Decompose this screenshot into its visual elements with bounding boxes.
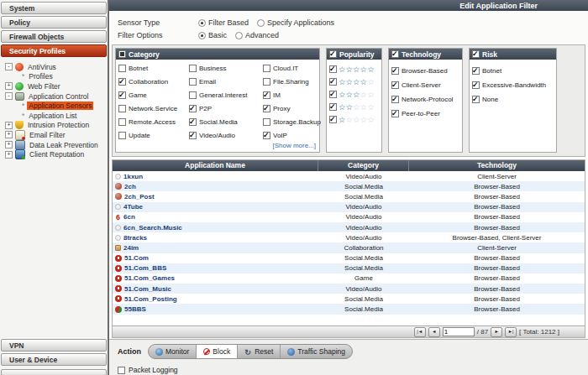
sidebar-section-firewall-objects[interactable]: Firewall Objects xyxy=(1,30,107,43)
technology-option-peer-to-peer[interactable]: Peer-to-Peer xyxy=(391,107,462,121)
checkbox-icon xyxy=(263,132,270,139)
table-row[interactable]: 66cnVideo/AudioBrowser-Based xyxy=(113,212,585,222)
category-option-game[interactable]: Game xyxy=(118,91,189,100)
table-row[interactable]: 2ch_PostSocial.MediaBrowser-Based xyxy=(113,191,585,201)
table-row[interactable]: 51.ComSocial.MediaBrowser-Based xyxy=(113,253,585,263)
expander-icon[interactable]: + xyxy=(5,151,13,159)
expander-icon[interactable]: + xyxy=(5,82,13,90)
sidebar-section-policy[interactable]: Policy xyxy=(1,16,107,29)
category-option-remote-access[interactable]: Remote.Access xyxy=(118,117,189,127)
category-option-proxy[interactable]: Proxy xyxy=(263,104,318,113)
category-option-botnet[interactable]: Botnet xyxy=(118,64,189,73)
table-row[interactable]: 51.Com_PostingSocial.MediaBrowser-Based xyxy=(113,294,585,304)
category-option-cloud-it[interactable]: Cloud.IT xyxy=(263,64,318,73)
table-row[interactable]: 2chSocial.MediaBrowser-Based xyxy=(113,181,585,191)
technology-option-client-server[interactable]: Client-Server xyxy=(391,78,462,92)
tree-item-email-filter[interactable]: +Email Filter xyxy=(0,130,108,140)
last-page-button[interactable]: ►| xyxy=(505,327,517,337)
table-row[interactable]: 1kxunVideo/AudioClient-Server xyxy=(113,171,585,181)
tree-item-application-control[interactable]: -Application Control xyxy=(0,91,108,102)
tree-item-intrusion-protection[interactable]: +Intrusion Protection xyxy=(0,121,108,131)
radio-advanced[interactable]: Advanced xyxy=(235,31,279,39)
show-more-link[interactable]: [Show more...] xyxy=(272,142,316,149)
popularity-option-2-star[interactable]: ☆☆☆☆☆ xyxy=(329,101,381,113)
radio-basic[interactable]: Basic xyxy=(198,31,227,39)
category-select-all-checkbox[interactable] xyxy=(118,50,126,58)
expander-icon[interactable]: - xyxy=(5,92,13,100)
sidebar-section-security-profiles[interactable]: Security Profiles xyxy=(1,44,107,57)
column-header-technology[interactable]: Technology xyxy=(409,160,585,171)
technology-option-browser-based[interactable]: Browser-Based xyxy=(391,64,462,78)
technology-cell: Browser-Based xyxy=(409,254,585,262)
checkbox-icon xyxy=(263,118,270,126)
category-option-file-sharing[interactable]: File.Sharing xyxy=(263,77,318,86)
app-icon xyxy=(115,204,121,210)
packet-logging-option[interactable]: Packet Logging xyxy=(118,366,178,374)
category-option-network-service[interactable]: Network.Service xyxy=(118,104,189,113)
table-row[interactable]: 6cn_Search.MusicVideo/AudioBrowser-Based xyxy=(113,222,585,232)
category-option-p2p[interactable]: P2P xyxy=(189,104,263,113)
category-option-social-media[interactable]: Social.Media xyxy=(189,117,263,127)
sidebar-section-user-device[interactable]: User & Device xyxy=(1,353,107,366)
technology-select-all-checkbox[interactable] xyxy=(391,50,399,58)
table-row[interactable]: 51.Com_MusicVideo/AudioBrowser-Based xyxy=(113,284,585,294)
risk-option-excessive-bandwidth[interactable]: Excessive-Bandwidth xyxy=(472,78,556,92)
expander-icon[interactable]: + xyxy=(5,122,13,129)
expander-icon[interactable]: + xyxy=(5,131,13,138)
column-header-application-name[interactable]: Application Name xyxy=(113,160,318,171)
tree-item-client-reputation[interactable]: +Client Reputation xyxy=(0,149,108,159)
table-row[interactable]: 55BBSSocial.MediaBrowser-Based xyxy=(113,304,585,314)
category-option-update[interactable]: Update xyxy=(118,131,189,140)
radio-specify-applications[interactable]: Specify Applications xyxy=(257,18,334,27)
category-option-general-interest[interactable]: General.Interest xyxy=(189,91,263,100)
reset-button[interactable]: Reset xyxy=(238,345,281,358)
popularity-select-all-checkbox[interactable] xyxy=(329,50,337,58)
category-option-business[interactable]: Business xyxy=(189,64,263,73)
risk-option-botnet[interactable]: Botnet xyxy=(472,64,556,78)
category-option-collaboration[interactable]: Collaboration xyxy=(118,77,189,86)
radio-filter-based[interactable]: Filter Based xyxy=(198,18,249,27)
tree-item-data-leak-prevention[interactable]: +Data Leak Prevention xyxy=(0,140,108,150)
app-name-cell: 55BBS xyxy=(113,305,318,313)
next-page-button[interactable]: ► xyxy=(491,327,502,337)
category-option-video-audio[interactable]: Video/Audio xyxy=(189,131,263,140)
monitor-button[interactable]: Monitor xyxy=(149,345,197,358)
category-option-im[interactable]: IM xyxy=(263,91,318,100)
email-filter-icon xyxy=(15,130,25,140)
app-name: 6cn xyxy=(123,213,135,221)
column-header-category[interactable]: Category xyxy=(318,160,409,171)
category-option-email[interactable]: Email xyxy=(189,77,263,86)
expander-icon[interactable]: + xyxy=(5,141,13,148)
block-button[interactable]: Block xyxy=(197,345,238,358)
category-option-label: Email xyxy=(199,78,216,86)
table-row[interactable]: 4TubeVideo/AudioBrowser-Based xyxy=(113,202,585,212)
category-option-voip[interactable]: VoIP xyxy=(263,131,318,140)
sidebar-partial-section[interactable] xyxy=(1,369,107,375)
risk-option-none[interactable]: None xyxy=(472,92,556,107)
table-row[interactable]: 24imCollaborationClient-Server xyxy=(113,242,585,253)
first-page-button[interactable]: |◄ xyxy=(414,327,426,337)
category-option-storage-backup[interactable]: Storage.Backup xyxy=(263,117,318,127)
tree-item-antivirus[interactable]: -AntiVirus xyxy=(0,62,108,72)
popularity-option-4-star[interactable]: ☆☆☆☆☆ xyxy=(329,76,381,88)
sidebar-section-vpn[interactable]: VPN xyxy=(1,339,107,352)
traffic-shaping-button[interactable]: Traffic Shaping xyxy=(281,345,352,358)
popularity-option-3-star[interactable]: ☆☆☆☆☆ xyxy=(329,88,381,101)
table-row[interactable]: 51.Com_GamesGameBrowser-Based xyxy=(113,273,585,284)
table-row[interactable]: 51.Com_BBSSocial.MediaBrowser-Based xyxy=(113,263,585,273)
popularity-option-1-star[interactable]: ☆☆☆☆☆ xyxy=(329,113,381,126)
risk-select-all-checkbox[interactable] xyxy=(472,50,480,58)
tree-item-web-filter[interactable]: +Web Filter xyxy=(0,81,108,91)
tree-item-application-list[interactable]: *Application List xyxy=(0,111,108,121)
previous-page-button[interactable]: ◄ xyxy=(428,327,440,337)
table-row[interactable]: 8tracksVideo/AudioBrowser-Based, Client-… xyxy=(113,232,585,242)
action-button-group: MonitorBlockResetTraffic Shaping xyxy=(148,344,353,359)
expander-icon[interactable]: - xyxy=(5,63,13,70)
tree-item-profiles[interactable]: *Profiles xyxy=(0,72,108,82)
app-name: 6cn_Search.Music xyxy=(123,224,182,232)
sidebar-section-system[interactable]: System xyxy=(1,2,107,14)
tree-item-application-sensors[interactable]: *Application Sensors xyxy=(0,101,108,111)
technology-option-network-protocol[interactable]: Network-Protocol xyxy=(391,92,462,107)
page-input[interactable] xyxy=(443,327,475,336)
popularity-option-5-star[interactable]: ☆☆☆☆☆ xyxy=(329,63,381,76)
